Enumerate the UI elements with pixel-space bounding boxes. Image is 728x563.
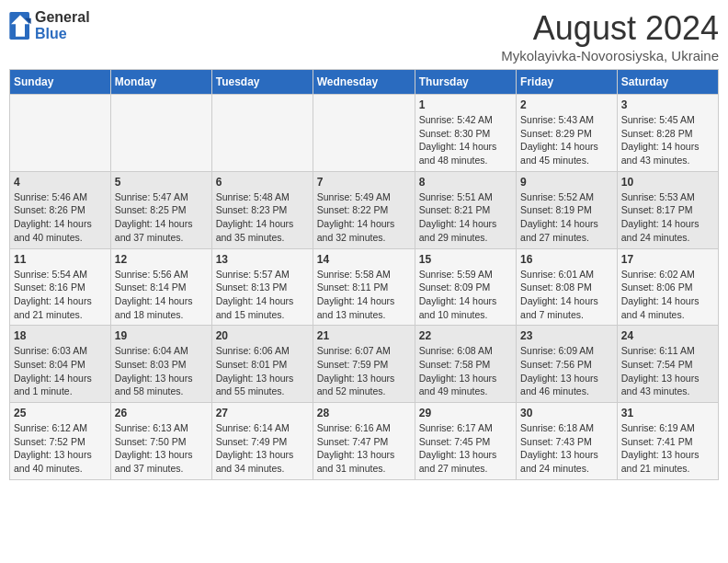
header-row: SundayMondayTuesdayWednesdayThursdayFrid… (10, 70, 719, 95)
title-block: August 2024 Mykolayivka-Novorosiyska, Uk… (501, 9, 719, 63)
day-number: 13 (216, 253, 309, 266)
day-cell: 30Sunrise: 6:18 AM Sunset: 7:43 PM Dayli… (517, 403, 618, 480)
day-info: Sunrise: 6:13 AM Sunset: 7:50 PM Dayligh… (115, 421, 208, 476)
day-cell: 8Sunrise: 5:51 AM Sunset: 8:21 PM Daylig… (415, 171, 516, 248)
day-cell: 24Sunrise: 6:11 AM Sunset: 7:54 PM Dayli… (617, 326, 718, 403)
subtitle: Mykolayivka-Novorosiyska, Ukraine (501, 48, 719, 63)
column-header-wednesday: Wednesday (313, 70, 415, 95)
day-cell: 26Sunrise: 6:13 AM Sunset: 7:50 PM Dayli… (110, 403, 211, 480)
day-info: Sunrise: 6:02 AM Sunset: 8:06 PM Dayligh… (621, 268, 714, 322)
day-cell: 16Sunrise: 6:01 AM Sunset: 8:08 PM Dayli… (517, 248, 618, 326)
week-row-2: 4Sunrise: 5:46 AM Sunset: 8:26 PM Daylig… (10, 171, 719, 248)
day-number: 14 (317, 253, 411, 266)
day-info: Sunrise: 5:43 AM Sunset: 8:29 PM Dayligh… (520, 113, 613, 167)
day-cell: 5Sunrise: 5:47 AM Sunset: 8:25 PM Daylig… (110, 171, 211, 248)
logo-general-text: General (35, 9, 90, 26)
day-cell: 12Sunrise: 5:56 AM Sunset: 8:14 PM Dayli… (110, 248, 211, 326)
day-number: 5 (115, 176, 208, 189)
logo-icon (9, 12, 31, 40)
week-row-4: 18Sunrise: 6:03 AM Sunset: 8:04 PM Dayli… (10, 326, 719, 403)
day-cell: 2Sunrise: 5:43 AM Sunset: 8:29 PM Daylig… (517, 95, 618, 172)
day-info: Sunrise: 6:04 AM Sunset: 8:03 PM Dayligh… (115, 344, 208, 398)
day-number: 31 (621, 407, 714, 419)
day-cell: 11Sunrise: 5:54 AM Sunset: 8:16 PM Dayli… (10, 248, 111, 326)
day-number: 21 (317, 329, 411, 342)
day-number: 19 (115, 329, 208, 342)
day-info: Sunrise: 6:06 AM Sunset: 8:01 PM Dayligh… (216, 344, 309, 398)
day-cell: 25Sunrise: 6:12 AM Sunset: 7:52 PM Dayli… (10, 403, 111, 480)
day-cell: 1Sunrise: 5:42 AM Sunset: 8:30 PM Daylig… (415, 95, 516, 172)
day-cell: 10Sunrise: 5:53 AM Sunset: 8:17 PM Dayli… (617, 171, 718, 248)
day-info: Sunrise: 6:19 AM Sunset: 7:41 PM Dayligh… (621, 421, 714, 476)
day-number: 4 (14, 176, 107, 189)
day-number: 30 (520, 407, 613, 419)
day-info: Sunrise: 5:52 AM Sunset: 8:19 PM Dayligh… (520, 190, 613, 245)
day-cell: 23Sunrise: 6:09 AM Sunset: 7:56 PM Dayli… (517, 326, 618, 403)
week-row-1: 1Sunrise: 5:42 AM Sunset: 8:30 PM Daylig… (10, 95, 719, 172)
day-info: Sunrise: 6:03 AM Sunset: 8:04 PM Dayligh… (14, 344, 107, 398)
day-cell: 19Sunrise: 6:04 AM Sunset: 8:03 PM Dayli… (110, 326, 211, 403)
day-number: 15 (419, 253, 512, 266)
day-info: Sunrise: 6:07 AM Sunset: 7:59 PM Dayligh… (317, 344, 411, 398)
day-number: 23 (520, 329, 613, 342)
week-row-3: 11Sunrise: 5:54 AM Sunset: 8:16 PM Dayli… (10, 248, 719, 326)
day-info: Sunrise: 5:58 AM Sunset: 8:11 PM Dayligh… (317, 268, 411, 322)
day-cell: 13Sunrise: 5:57 AM Sunset: 8:13 PM Dayli… (211, 248, 313, 326)
day-info: Sunrise: 5:57 AM Sunset: 8:13 PM Dayligh… (216, 268, 309, 322)
day-cell: 18Sunrise: 6:03 AM Sunset: 8:04 PM Dayli… (10, 326, 111, 403)
day-cell: 3Sunrise: 5:45 AM Sunset: 8:28 PM Daylig… (617, 95, 718, 172)
day-number: 11 (14, 253, 107, 266)
week-row-5: 25Sunrise: 6:12 AM Sunset: 7:52 PM Dayli… (10, 403, 719, 480)
day-cell: 21Sunrise: 6:07 AM Sunset: 7:59 PM Dayli… (313, 326, 415, 403)
day-info: Sunrise: 6:16 AM Sunset: 7:47 PM Dayligh… (317, 421, 411, 476)
day-number: 16 (520, 253, 613, 266)
day-info: Sunrise: 6:11 AM Sunset: 7:54 PM Dayligh… (621, 344, 714, 398)
day-info: Sunrise: 6:18 AM Sunset: 7:43 PM Dayligh… (520, 421, 613, 476)
day-cell: 6Sunrise: 5:48 AM Sunset: 8:23 PM Daylig… (211, 171, 313, 248)
day-cell: 17Sunrise: 6:02 AM Sunset: 8:06 PM Dayli… (617, 248, 718, 326)
day-info: Sunrise: 6:08 AM Sunset: 7:58 PM Dayligh… (419, 344, 512, 398)
day-info: Sunrise: 5:59 AM Sunset: 8:09 PM Dayligh… (419, 268, 512, 322)
day-info: Sunrise: 5:53 AM Sunset: 8:17 PM Dayligh… (621, 190, 714, 245)
day-cell: 15Sunrise: 5:59 AM Sunset: 8:09 PM Dayli… (415, 248, 516, 326)
column-header-sunday: Sunday (10, 70, 111, 95)
day-info: Sunrise: 5:54 AM Sunset: 8:16 PM Dayligh… (14, 268, 107, 322)
day-number: 6 (216, 176, 309, 189)
day-info: Sunrise: 5:48 AM Sunset: 8:23 PM Dayligh… (216, 190, 309, 245)
day-info: Sunrise: 5:47 AM Sunset: 8:25 PM Dayligh… (115, 190, 208, 245)
page-header: General Blue August 2024 Mykolayivka-Nov… (9, 9, 719, 63)
day-info: Sunrise: 6:17 AM Sunset: 7:45 PM Dayligh… (419, 421, 512, 476)
day-number: 18 (14, 329, 107, 342)
day-number: 2 (520, 98, 613, 111)
day-number: 12 (115, 253, 208, 266)
day-number: 25 (14, 407, 107, 419)
day-number: 22 (419, 329, 512, 342)
logo: General Blue (9, 9, 90, 41)
day-cell (10, 95, 111, 172)
day-cell: 31Sunrise: 6:19 AM Sunset: 7:41 PM Dayli… (617, 403, 718, 480)
day-cell (313, 95, 415, 172)
main-title: August 2024 (501, 9, 719, 48)
day-info: Sunrise: 6:14 AM Sunset: 7:49 PM Dayligh… (216, 421, 309, 476)
day-cell: 20Sunrise: 6:06 AM Sunset: 8:01 PM Dayli… (211, 326, 313, 403)
column-header-saturday: Saturday (617, 70, 718, 95)
day-info: Sunrise: 6:01 AM Sunset: 8:08 PM Dayligh… (520, 268, 613, 322)
day-info: Sunrise: 5:45 AM Sunset: 8:28 PM Dayligh… (621, 113, 714, 167)
day-info: Sunrise: 5:42 AM Sunset: 8:30 PM Dayligh… (419, 113, 512, 167)
day-cell: 29Sunrise: 6:17 AM Sunset: 7:45 PM Dayli… (415, 403, 516, 480)
day-cell: 22Sunrise: 6:08 AM Sunset: 7:58 PM Dayli… (415, 326, 516, 403)
day-info: Sunrise: 5:56 AM Sunset: 8:14 PM Dayligh… (115, 268, 208, 322)
column-header-friday: Friday (517, 70, 618, 95)
day-number: 8 (419, 176, 512, 189)
day-cell: 7Sunrise: 5:49 AM Sunset: 8:22 PM Daylig… (313, 171, 415, 248)
day-cell: 28Sunrise: 6:16 AM Sunset: 7:47 PM Dayli… (313, 403, 415, 480)
day-number: 17 (621, 253, 714, 266)
day-number: 3 (621, 98, 714, 111)
day-cell: 9Sunrise: 5:52 AM Sunset: 8:19 PM Daylig… (517, 171, 618, 248)
column-header-monday: Monday (110, 70, 211, 95)
day-cell: 4Sunrise: 5:46 AM Sunset: 8:26 PM Daylig… (10, 171, 111, 248)
day-cell: 27Sunrise: 6:14 AM Sunset: 7:49 PM Dayli… (211, 403, 313, 480)
day-number: 9 (520, 176, 613, 189)
day-number: 24 (621, 329, 714, 342)
day-number: 10 (621, 176, 714, 189)
